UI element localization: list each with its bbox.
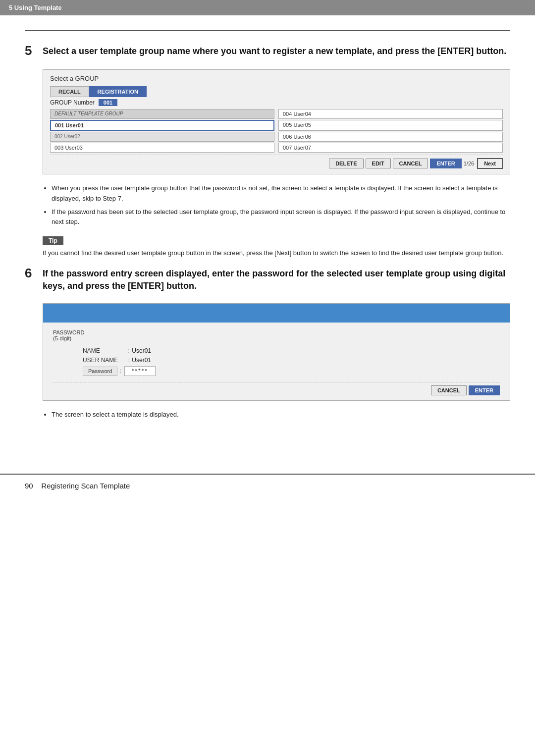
user-list: DEFAULT TEMPLATE GROUP 004 User04 001 Us… — [50, 109, 503, 153]
cancel-button-step5[interactable]: CANCEL — [393, 159, 428, 168]
list-item-u003[interactable]: 003 User03 — [50, 143, 274, 153]
password-panel: PASSWORD (5-digit) NAME : User01 USER NA… — [43, 303, 510, 401]
username-row: USER NAME : User01 — [83, 357, 500, 364]
tabs-row: RECALL REGISTRATION — [50, 86, 503, 97]
group-label: GROUP Number — [50, 99, 95, 106]
footer: 90 Registering Scan Template — [0, 475, 535, 497]
list-item-u007[interactable]: 007 User07 — [278, 143, 503, 153]
tip-box: Tip If you cannot find the desired user … — [43, 236, 510, 259]
step6-number: 6 — [25, 266, 43, 281]
list-item-u001[interactable]: 001 User01 — [50, 120, 274, 131]
edit-button[interactable]: EDIT — [366, 159, 391, 168]
step5-block: 5 Select a user template group name wher… — [25, 45, 510, 58]
step6-block: 6 If the password entry screen displayed… — [25, 268, 510, 292]
cancel-button-step6[interactable]: CANCEL — [431, 385, 467, 395]
password-field-row: Password : ***** — [83, 366, 500, 376]
list-item-u004[interactable]: 004 User04 — [278, 109, 503, 119]
step6-heading: If the password entry screen displayed, … — [43, 268, 510, 292]
username-val: User01 — [132, 357, 151, 364]
list-item-u002[interactable]: 002 User02 — [50, 132, 274, 142]
tab-registration[interactable]: REGISTRATION — [89, 86, 147, 97]
page-info: 1/26 — [464, 161, 474, 166]
list-item-u005[interactable]: 005 User05 — [278, 120, 503, 131]
breadcrumb: 5 Using Template — [9, 4, 62, 11]
delete-button[interactable]: DELETE — [329, 159, 363, 168]
pwd-action-row: CANCEL ENTER — [53, 382, 500, 395]
step5-number: 5 — [25, 43, 43, 58]
step5-bullets: When you press the user template group b… — [43, 183, 510, 227]
name-row: NAME : User01 — [83, 347, 500, 354]
enter-button-step5[interactable]: ENTER — [430, 159, 461, 168]
footer-title: Registering Scan Template — [41, 482, 130, 490]
group-number: 001 — [99, 99, 117, 106]
tip-label: Tip — [43, 236, 63, 245]
action-buttons: DELETE EDIT CANCEL ENTER 1/26 Next — [50, 155, 503, 169]
panel-header-blue — [43, 304, 510, 323]
name-key: NAME — [83, 347, 127, 354]
page-number: 90 — [25, 482, 33, 490]
pwd-fields: NAME : User01 USER NAME : User01 Passwor… — [83, 347, 500, 376]
bullet-item: When you press the user template group b… — [52, 183, 510, 204]
tab-recall[interactable]: RECALL — [50, 86, 89, 97]
list-item-u006[interactable]: 006 User06 — [278, 132, 503, 142]
tip-text: If you cannot find the desired user temp… — [43, 248, 510, 259]
step6-bullets: The screen to select a template is displ… — [43, 410, 510, 420]
name-val: User01 — [132, 347, 151, 354]
top-divider — [25, 30, 510, 31]
panel-body: PASSWORD (5-digit) NAME : User01 USER NA… — [43, 323, 510, 400]
bullet-item: If the password has been set to the sele… — [52, 207, 510, 228]
step5-ui-panel: Select a GROUP RECALL REGISTRATION GROUP… — [43, 69, 510, 174]
main-content: 5 Select a user template group name wher… — [0, 15, 535, 459]
enter-button-step6[interactable]: ENTER — [469, 385, 500, 395]
password-label: Password — [83, 367, 117, 376]
group-row: GROUP Number 001 — [50, 99, 503, 106]
header-bar: 5 Using Template — [0, 0, 535, 15]
step5-heading: Select a user template group name where … — [43, 45, 506, 57]
pwd-label: PASSWORD (5-digit) — [53, 329, 500, 341]
next-button[interactable]: Next — [477, 158, 503, 169]
password-value[interactable]: ***** — [124, 366, 156, 376]
username-key: USER NAME — [83, 357, 127, 364]
bullet-item: The screen to select a template is displ… — [52, 410, 510, 420]
panel-title: Select a GROUP — [50, 75, 503, 82]
list-item-default[interactable]: DEFAULT TEMPLATE GROUP — [50, 109, 274, 119]
